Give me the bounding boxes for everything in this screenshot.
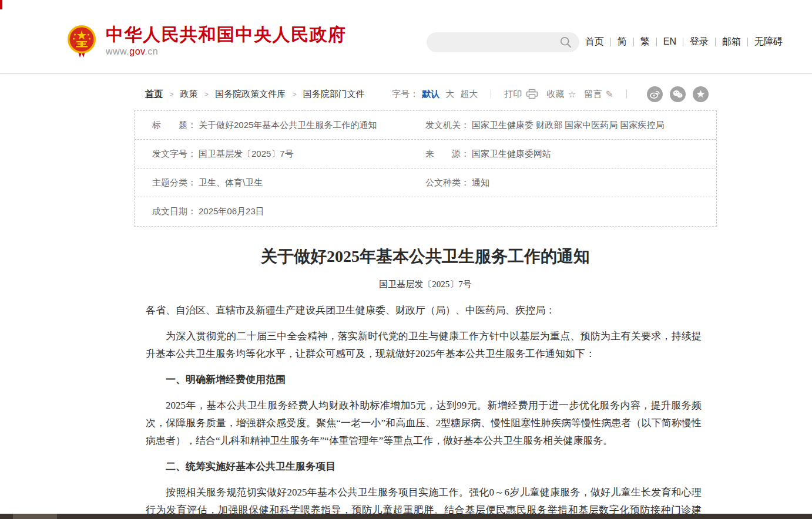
site-url: www.gov.cn <box>106 46 347 57</box>
corner-red-mark <box>0 0 2 9</box>
meta-value: 2025年06月23日 <box>199 206 264 216</box>
nav-divider <box>633 38 634 46</box>
nav-divider <box>747 38 748 46</box>
qzone-icon[interactable] <box>693 86 709 102</box>
meta-value: 国家卫生健康委网站 <box>472 149 551 159</box>
font-size-large-button[interactable]: 大 <box>445 89 454 100</box>
site-url-suffix: .cn <box>145 46 158 56</box>
toolbar-divider <box>626 90 627 98</box>
doc-paragraph: 2025年，基本公共卫生服务经费人均财政补助标准增加5元，达到99元。新增经费用… <box>146 397 702 450</box>
document-meta-table: 标 题：关于做好2025年基本公共卫生服务工作的通知 发文机关：国家卫生健康委 … <box>134 110 717 227</box>
breadcrumb-home[interactable]: 首页 <box>145 89 163 100</box>
doc-paragraph: 为深入贯彻党的二十届三中全会精神，落实新时代党的卫生与健康工作方针中以基层为重点… <box>146 328 702 363</box>
nav-home[interactable]: 首页 <box>585 36 604 48</box>
breadcrumb-separator: > <box>204 90 209 99</box>
meta-doc-number-cell: 发文字号：国卫基层发〔2025〕7号 <box>135 149 425 160</box>
meta-row: 标 题：关于做好2025年基本公共卫生服务工作的通知 发文机关：国家卫生健康委 … <box>135 111 716 140</box>
meta-value: 通知 <box>472 177 489 187</box>
breadcrumb-department-documents[interactable]: 国务院部门文件 <box>303 89 365 100</box>
search-input[interactable] <box>427 32 553 52</box>
breadcrumb: 首页 > 政策 > 国务院政策文件库 > 国务院部门文件 <box>145 89 365 100</box>
weibo-icon[interactable] <box>647 86 663 102</box>
site-header: 中华人民共和国中央人民政府 www.gov.cn 首页 简 繁 EN 登录 邮箱… <box>0 0 812 74</box>
nav-login[interactable]: 登录 <box>690 36 709 48</box>
nav-divider <box>610 38 611 46</box>
horizontal-scrollbar[interactable] <box>0 514 812 519</box>
site-url-domain: gov <box>129 46 145 56</box>
meta-title-cell: 标 题：关于做好2025年基本公共卫生服务工作的通知 <box>135 120 425 131</box>
meta-value: 国家卫生健康委 财政部 国家中医药局 国家疾控局 <box>472 120 665 130</box>
meta-label: 主题分类： <box>152 177 196 187</box>
pencil-icon[interactable]: ✎ <box>606 89 613 100</box>
wechat-icon[interactable] <box>670 86 686 102</box>
nav-english[interactable]: EN <box>663 36 676 47</box>
document-number: 国卫基层发〔2025〕7号 <box>134 279 717 290</box>
site-title: 中华人民共和国中央人民政府 <box>106 25 347 45</box>
nav-accessibility[interactable]: 无障碍 <box>754 36 783 48</box>
nav-divider <box>656 38 657 46</box>
doc-section-heading-1: 一、明确新增经费使用范围 <box>146 371 702 389</box>
nav-divider <box>715 38 716 46</box>
meta-value: 卫生、体育\卫生 <box>199 177 263 187</box>
site-brand[interactable]: 中华人民共和国中央人民政府 www.gov.cn <box>66 25 347 58</box>
meta-date-cell: 成文日期：2025年06月23日 <box>135 206 425 217</box>
nav-traditional[interactable]: 繁 <box>640 36 650 48</box>
meta-value: 国卫基层发〔2025〕7号 <box>199 149 294 159</box>
nav-divider <box>683 38 683 46</box>
print-button[interactable]: 打印 <box>504 89 522 100</box>
document-body: 各省、自治区、直辖市及新疆生产建设兵团卫生健康委、财政厅（局）、中医药局、疾控局… <box>134 302 717 519</box>
meta-issuing-agency-cell: 发文机关：国家卫生健康委 财政部 国家中医药局 国家疾控局 <box>425 120 716 131</box>
search-box[interactable] <box>427 32 579 52</box>
top-nav: 首页 简 繁 EN 登录 邮箱 无障碍 <box>585 34 783 49</box>
meta-topic-category-cell: 主题分类：卫生、体育\卫生 <box>135 177 425 188</box>
nav-mail[interactable]: 邮箱 <box>722 36 741 48</box>
meta-label: 发文机关： <box>425 120 469 130</box>
meta-label: 标 题： <box>152 120 196 130</box>
comment-button[interactable]: 留言 <box>585 89 602 100</box>
meta-empty-cell <box>425 207 716 217</box>
font-size-default-button[interactable]: 默认 <box>422 89 439 100</box>
meta-doc-type-cell: 公文种类：通知 <box>425 177 716 188</box>
breadcrumb-policy[interactable]: 政策 <box>180 89 198 100</box>
breadcrumb-separator: > <box>169 90 174 99</box>
meta-label: 来 源： <box>425 149 469 159</box>
font-size-xlarge-button[interactable]: 超大 <box>460 89 478 100</box>
meta-row: 成文日期：2025年06月23日 <box>135 197 716 226</box>
national-emblem-logo <box>66 25 97 58</box>
meta-label: 公文种类： <box>425 177 469 187</box>
meta-row: 主题分类：卫生、体育\卫生 公文种类：通知 <box>135 168 716 197</box>
star-icon[interactable]: ☆ <box>568 89 576 100</box>
search-icon[interactable] <box>560 36 572 48</box>
main-column: 首页 > 政策 > 国务院政策文件库 > 国务院部门文件 字号： 默认 大 超大… <box>134 86 717 519</box>
meta-label: 成文日期： <box>152 206 196 216</box>
meta-label: 发文字号： <box>152 149 196 159</box>
site-url-prefix: www. <box>106 46 129 56</box>
horizontal-scrollbar-thumb[interactable] <box>13 514 57 519</box>
meta-value: 关于做好2025年基本公共卫生服务工作的通知 <box>199 120 377 130</box>
page-tools: 字号： 默认 大 超大 打印 收藏 ☆ 留言 ✎ <box>392 86 709 102</box>
favorite-button[interactable]: 收藏 <box>546 89 564 100</box>
breadcrumb-toolbar-row: 首页 > 政策 > 国务院政策文件库 > 国务院部门文件 字号： 默认 大 超大… <box>134 86 717 102</box>
document-title: 关于做好2025年基本公共卫生服务工作的通知 <box>134 245 717 268</box>
breadcrumb-policy-library[interactable]: 国务院政策文件库 <box>215 89 286 100</box>
font-size-label: 字号： <box>392 89 418 100</box>
doc-paragraph-addressee: 各省、自治区、直辖市及新疆生产建设兵团卫生健康委、财政厅（局）、中医药局、疾控局… <box>146 302 702 319</box>
nav-simplified[interactable]: 简 <box>618 36 627 48</box>
meta-source-cell: 来 源：国家卫生健康委网站 <box>425 149 716 160</box>
toolbar-divider <box>491 90 491 98</box>
breadcrumb-separator: > <box>292 90 297 99</box>
brand-text: 中华人民共和国中央人民政府 www.gov.cn <box>106 25 347 57</box>
meta-row: 发文字号：国卫基层发〔2025〕7号 来 源：国家卫生健康委网站 <box>135 140 716 168</box>
printer-icon[interactable] <box>526 89 538 99</box>
doc-section-heading-2: 二、统筹实施好基本公共卫生服务项目 <box>146 458 702 476</box>
